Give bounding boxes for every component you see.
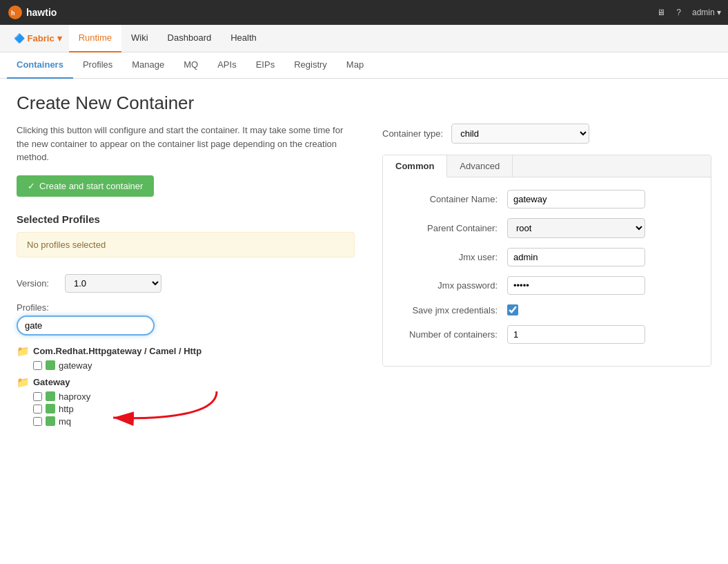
num-containers-input[interactable] <box>507 325 645 344</box>
logo-text: hawtio <box>26 7 57 18</box>
page-title: Create New Container <box>17 93 711 114</box>
main-layout: Clicking this button will configure and … <box>17 124 711 429</box>
form-row-save-jmx: Save jmx credentials: <box>397 304 697 315</box>
subnav-containers-label: Containers <box>17 59 63 70</box>
tree-item-gateway: gateway <box>17 360 355 371</box>
tab-common-label: Common <box>395 161 434 171</box>
folder-name-0: Com.Redhat.Httpgateway / Camel / Http <box>33 346 201 356</box>
parent-container-label: Parent Container: <box>397 223 507 233</box>
subnav-apis[interactable]: APIs <box>208 52 246 79</box>
checkbox-haproxy[interactable] <box>33 392 42 401</box>
profile-tree: 📁 Com.Redhat.Httpgateway / Camel / Http … <box>17 345 355 427</box>
subnav-map[interactable]: Map <box>337 52 373 79</box>
nav-wiki-label: Wiki <box>131 32 148 43</box>
checkbox-http[interactable] <box>33 405 42 414</box>
tree-item-haproxy: haproxy <box>17 391 355 402</box>
left-column: Clicking this button will configure and … <box>17 124 355 429</box>
fabric-label: 🔷 Fabric <box>14 33 55 43</box>
jmx-user-input[interactable] <box>507 248 645 266</box>
subnav-mq[interactable]: MQ <box>174 52 208 79</box>
topbar: h hawtio 🖥 ? admin ▾ <box>0 0 728 25</box>
nav-wiki[interactable]: Wiki <box>121 25 158 52</box>
profile-icon-mq <box>46 416 55 426</box>
profile-icon-gateway <box>46 360 55 370</box>
user-label: admin <box>692 8 715 17</box>
nav-health-label: Health <box>230 32 257 43</box>
nav-dashboard-label: Dashboard <box>168 32 212 43</box>
subnav-containers[interactable]: Containers <box>7 52 73 79</box>
checkmark-icon: ✓ <box>28 181 35 191</box>
folder-icon-1: 📁 <box>17 376 30 389</box>
folder-name-1: Gateway <box>33 377 70 387</box>
subnav-registry-label: Registry <box>294 59 327 70</box>
jmx-password-input[interactable] <box>507 276 645 295</box>
version-row: Version: 1.0 <box>17 274 355 293</box>
tree-folder-1: 📁 Gateway <box>17 376 355 389</box>
user-menu[interactable]: admin ▾ <box>692 8 721 17</box>
page-content: Create New Container Clicking this butto… <box>0 79 728 443</box>
sub-nav: Containers Profiles Manage MQ APIs EIPs … <box>0 52 728 79</box>
profile-icon-haproxy <box>46 391 55 401</box>
subnav-eips[interactable]: EIPs <box>246 52 284 79</box>
help-icon: ? <box>676 8 681 17</box>
nav-health[interactable]: Health <box>221 25 266 52</box>
tab-common-content: Container Name: Parent Container: root J… <box>383 177 711 366</box>
user-chevron: ▾ <box>717 8 721 17</box>
tab-header: Common Advanced <box>383 155 711 177</box>
checkbox-mq[interactable] <box>33 417 42 426</box>
fabric-dropdown-icon: ▾ <box>57 33 62 43</box>
tab-advanced-label: Advanced <box>460 161 500 171</box>
tree-item-mq: mq <box>17 416 355 427</box>
profile-name-haproxy: haproxy <box>59 391 90 402</box>
profile-icon-http <box>46 404 55 414</box>
tree-folder-0: 📁 Com.Redhat.Httpgateway / Camel / Http <box>17 345 355 358</box>
subnav-manage[interactable]: Manage <box>122 52 174 79</box>
parent-container-select[interactable]: root <box>507 218 645 238</box>
subnav-manage-label: Manage <box>132 59 164 70</box>
tab-common[interactable]: Common <box>383 155 447 177</box>
topbar-right: 🖥 ? admin ▾ <box>657 8 721 17</box>
nav-runtime-label: Runtime <box>79 32 112 43</box>
subnav-profiles[interactable]: Profiles <box>73 52 122 79</box>
no-profiles-message: No profiles selected <box>17 232 355 257</box>
save-jmx-label: Save jmx credentials: <box>397 305 507 315</box>
checkbox-gateway[interactable] <box>33 361 42 370</box>
main-nav: 🔷 Fabric ▾ Runtime Wiki Dashboard Health <box>0 25 728 52</box>
nav-dashboard[interactable]: Dashboard <box>158 25 222 52</box>
hawtio-logo-icon: h <box>7 4 23 21</box>
svg-text:h: h <box>11 10 15 17</box>
create-start-button[interactable]: ✓ Create and start container <box>17 175 154 197</box>
tab-advanced[interactable]: Advanced <box>447 155 513 177</box>
fabric-nav-item[interactable]: 🔷 Fabric ▾ <box>7 33 69 43</box>
profiles-label: Profiles: <box>17 302 355 313</box>
container-type-select[interactable]: child ssh docker <box>451 124 589 144</box>
form-row-num-containers: Number of containers: <box>397 325 697 344</box>
subnav-registry[interactable]: Registry <box>284 52 337 79</box>
folder-icon-0: 📁 <box>17 345 30 358</box>
version-select[interactable]: 1.0 <box>65 274 161 293</box>
form-row-jmx-user: Jmx user: <box>397 248 697 266</box>
tree-item-http: http <box>17 404 355 414</box>
profiles-section: Profiles: 📁 Com.Redhat.Httpgateway / Cam… <box>17 302 355 427</box>
svg-point-0 <box>8 6 22 19</box>
selected-profiles-title: Selected Profiles <box>17 213 355 225</box>
save-jmx-checkbox[interactable] <box>507 304 518 315</box>
logo: h hawtio <box>7 4 57 21</box>
subnav-apis-label: APIs <box>217 59 236 70</box>
tab-panel: Common Advanced Container Name: Parent C… <box>382 155 711 367</box>
container-name-input[interactable] <box>507 190 645 208</box>
jmx-user-label: Jmx user: <box>397 252 507 262</box>
subnav-map-label: Map <box>346 59 364 70</box>
description-text: Clicking this button will configure and … <box>17 124 355 164</box>
version-label: Version: <box>17 278 58 289</box>
nav-runtime[interactable]: Runtime <box>69 25 121 52</box>
profiles-search-input[interactable] <box>17 315 155 336</box>
selected-profiles-section: Selected Profiles No profiles selected <box>17 213 355 257</box>
form-row-container-name: Container Name: <box>397 190 697 208</box>
container-type-label: Container type: <box>382 128 443 139</box>
profile-name-mq: mq <box>59 416 71 427</box>
subnav-mq-label: MQ <box>184 59 198 70</box>
profile-name-gateway: gateway <box>59 360 92 371</box>
monitor-icon: 🖥 <box>657 8 665 17</box>
subnav-profiles-label: Profiles <box>83 59 112 70</box>
